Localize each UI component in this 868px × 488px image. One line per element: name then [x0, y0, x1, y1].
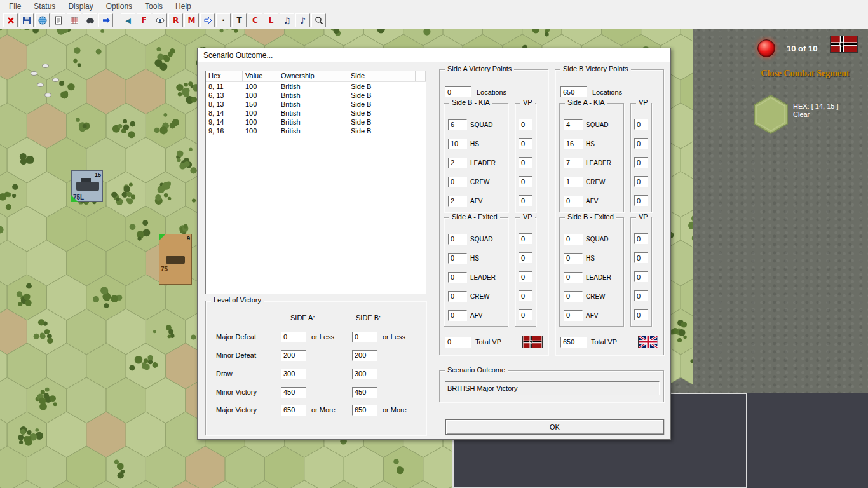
menu-display[interactable]: Display — [62, 1, 99, 12]
count-field[interactable]: 0 — [564, 196, 583, 207]
menu-options[interactable]: Options — [100, 1, 139, 12]
count-field[interactable]: 1 — [564, 177, 583, 187]
count-field[interactable]: 0 — [448, 234, 467, 245]
count-field[interactable]: 0 — [564, 291, 583, 302]
music-icon[interactable]: ♪ — [295, 13, 310, 27]
rout-icon[interactable]: R — [168, 13, 183, 27]
count-field[interactable]: 0 — [448, 253, 467, 264]
count-field[interactable]: 16 — [564, 139, 583, 149]
side-b-threshold-field[interactable]: 200 — [352, 350, 377, 361]
side-a-threshold-field[interactable]: 0 — [281, 332, 306, 342]
vp-field[interactable]: 0 — [634, 176, 648, 187]
total-vp-field[interactable]: 0 — [445, 337, 471, 348]
hex-cell: 8, 13 — [206, 100, 243, 109]
count-field[interactable]: 4 — [564, 119, 583, 130]
vp-field[interactable]: 0 — [634, 271, 648, 282]
count-field[interactable]: 10 — [448, 139, 467, 149]
vp-field[interactable]: 0 — [519, 176, 532, 187]
vp-field[interactable]: 0 — [519, 138, 532, 149]
count-field[interactable]: 2 — [448, 158, 467, 168]
german-gun-counter[interactable]: 9 75 — [159, 234, 192, 285]
side-a-threshold-field[interactable]: 650 — [281, 405, 306, 416]
side-b-threshold-field[interactable]: 650 — [352, 405, 377, 416]
close-icon[interactable] — [3, 13, 18, 27]
count-field[interactable]: 0 — [564, 310, 583, 321]
objectives-table[interactable]: Hex Value Ownership Side 8, 11 100 Briti… — [205, 71, 426, 294]
count-field[interactable]: 7 — [564, 158, 583, 168]
objective-row[interactable]: 6, 13 100 British Side B — [206, 91, 426, 100]
los-icon[interactable] — [153, 13, 167, 27]
dot-icon[interactable]: · — [216, 13, 231, 27]
menu-tools[interactable]: Tools — [139, 1, 169, 12]
count-field[interactable]: 0 — [564, 234, 583, 245]
side-b-threshold-field[interactable]: 0 — [352, 332, 377, 342]
counters-icon[interactable]: C — [248, 13, 262, 27]
side-b-threshold-field[interactable]: 300 — [352, 369, 377, 379]
vp-field[interactable]: 0 — [519, 309, 532, 320]
count-field[interactable]: 2 — [448, 196, 467, 207]
count-field[interactable]: 0 — [448, 272, 467, 283]
side-a-threshold-field[interactable]: 450 — [281, 387, 306, 398]
vp-field[interactable]: 0 — [634, 195, 648, 206]
side-column-header[interactable]: Side — [348, 71, 416, 81]
vp-field[interactable]: 0 — [519, 233, 532, 244]
side-b-threshold-field[interactable]: 450 — [352, 387, 377, 398]
locations-label: Locations — [477, 88, 506, 96]
go-icon[interactable] — [98, 13, 113, 27]
labels-icon[interactable]: L — [264, 13, 278, 27]
count-field[interactable]: 0 — [448, 310, 467, 321]
vp-field[interactable]: 0 — [519, 290, 532, 301]
vp-field[interactable]: 0 — [634, 119, 648, 130]
vp-field[interactable]: 0 — [519, 157, 532, 168]
prev-icon[interactable]: ◀ — [121, 13, 135, 27]
locations-value-field[interactable]: 0 — [445, 86, 471, 97]
sheep-icon — [52, 78, 59, 82]
locations-value-field[interactable]: 650 — [560, 86, 587, 97]
menu-file[interactable]: File — [3, 1, 27, 12]
terrain-icon[interactable]: T — [232, 13, 247, 27]
vp-field[interactable]: 0 — [634, 309, 648, 320]
vp-field[interactable]: 0 — [634, 138, 648, 149]
total-vp-field[interactable]: 650 — [560, 337, 587, 348]
count-field[interactable]: 6 — [448, 119, 467, 130]
dialog-title-bar[interactable]: Scenario Outcome... — [198, 49, 670, 62]
roster-icon[interactable] — [67, 13, 81, 27]
objective-row[interactable]: 8, 13 150 British Side B — [206, 100, 426, 109]
count-field[interactable]: 0 — [448, 291, 467, 302]
objective-row[interactable]: 9, 16 100 British Side B — [206, 126, 426, 135]
value-column-header[interactable]: Value — [243, 71, 278, 81]
save-icon[interactable] — [19, 13, 34, 27]
menu-status[interactable]: Status — [27, 1, 62, 12]
report-icon[interactable] — [51, 13, 65, 27]
vp-field[interactable]: 0 — [634, 233, 648, 244]
melee-icon[interactable]: M — [184, 13, 199, 27]
lov-row: Major Defeat 0 or Less 0 or Less — [216, 331, 422, 342]
vp-field[interactable]: 0 — [519, 271, 532, 282]
vp-field[interactable]: 0 — [519, 119, 532, 130]
menu-help[interactable]: Help — [169, 1, 198, 12]
vp-field[interactable]: 0 — [519, 252, 532, 263]
fire-icon[interactable]: F — [137, 13, 151, 27]
ok-button[interactable]: OK — [445, 419, 664, 435]
count-field[interactable]: 0 — [448, 177, 467, 187]
ownership-column-header[interactable]: Ownership — [278, 71, 348, 81]
binoculars-icon[interactable] — [83, 13, 97, 27]
count-field[interactable]: 0 — [564, 253, 583, 264]
hex-column-header[interactable]: Hex — [206, 71, 243, 81]
globe-icon[interactable] — [35, 13, 50, 27]
advance-icon[interactable] — [200, 13, 215, 27]
vp-field[interactable]: 0 — [634, 290, 648, 301]
objective-row[interactable]: 9, 14 100 British Side B — [206, 118, 426, 126]
vp-field[interactable]: 0 — [634, 252, 648, 263]
vp-field[interactable]: 0 — [634, 157, 648, 168]
count-field[interactable]: 0 — [564, 272, 583, 283]
sound-icon[interactable]: ♫ — [280, 13, 294, 27]
scenario-outcome-group: Scenario Outcome BRITISH Major Victory — [439, 370, 664, 402]
objective-row[interactable]: 8, 11 100 British Side B — [206, 82, 426, 91]
zoom-icon[interactable] — [311, 13, 326, 27]
allied-afv-counter[interactable]: 15 75L — [71, 170, 103, 202]
objective-row[interactable]: 8, 14 100 British Side B — [206, 109, 426, 118]
side-a-threshold-field[interactable]: 200 — [281, 350, 306, 361]
vp-field[interactable]: 0 — [519, 195, 532, 206]
side-a-threshold-field[interactable]: 300 — [281, 369, 306, 379]
